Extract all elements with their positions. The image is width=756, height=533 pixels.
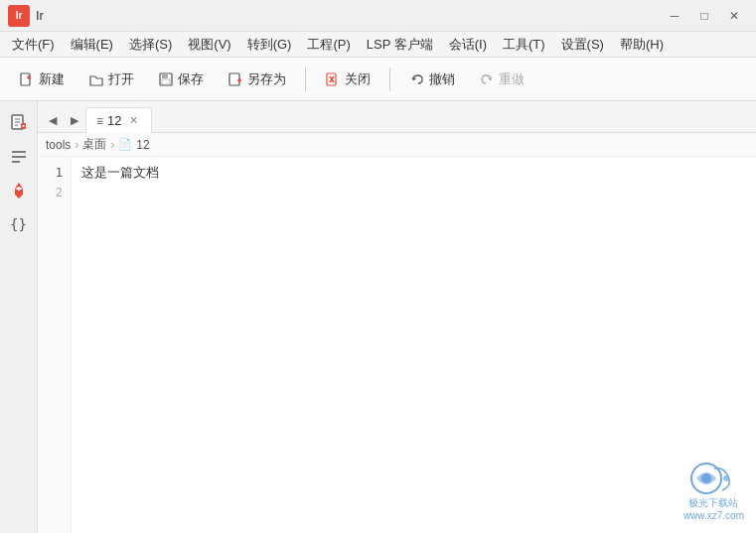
sidebar-icon-file[interactable] xyxy=(3,107,35,139)
watermark-brand: 极光下载站 xyxy=(688,496,738,510)
menu-session[interactable]: 会话(I) xyxy=(441,34,495,56)
svg-rect-6 xyxy=(229,73,239,85)
open-button[interactable]: 打开 xyxy=(77,66,145,93)
sidebar-icon-json[interactable]: {} xyxy=(3,208,35,240)
tab-next-button[interactable]: ▶ xyxy=(64,108,85,132)
menu-lsp[interactable]: LSP 客户端 xyxy=(359,34,441,56)
editor-area: ◀ ▶ ≡ 12 ✕ tools › 桌面 › 📄 12 1 2 xyxy=(38,101,756,533)
breadcrumb-sep-2: › xyxy=(110,138,114,152)
breadcrumb: tools › 桌面 › 📄 12 xyxy=(38,133,756,157)
tab-prev-button[interactable]: ◀ xyxy=(42,108,64,132)
sidebar-icon-nav[interactable] xyxy=(3,141,35,173)
saveas-button[interactable]: 另存为 xyxy=(217,66,297,93)
watermark-site: www.xz7.com xyxy=(683,510,744,521)
tab-close-button[interactable]: ✕ xyxy=(125,113,141,129)
svg-point-23 xyxy=(701,473,711,483)
menu-edit[interactable]: 编辑(E) xyxy=(63,34,121,56)
watermark-logo-svg xyxy=(686,459,740,496)
close-file-icon xyxy=(325,71,341,87)
title-bar: Ir Ir ─ □ ✕ xyxy=(0,0,756,32)
svg-rect-4 xyxy=(162,73,168,78)
breadcrumb-sep-1: › xyxy=(75,138,78,152)
saveas-icon xyxy=(227,71,243,87)
menu-tools[interactable]: 工具(T) xyxy=(495,34,553,56)
code-line-2 xyxy=(81,183,746,202)
menu-help[interactable]: 帮助(H) xyxy=(612,34,672,56)
menu-settings[interactable]: 设置(S) xyxy=(553,34,612,56)
minimize-button[interactable]: ─ xyxy=(661,5,688,27)
window-controls: ─ □ ✕ xyxy=(661,5,748,27)
menu-file[interactable]: 文件(F) xyxy=(4,34,63,56)
app-title: Ir xyxy=(36,8,44,23)
watermark: 极光下载站 www.xz7.com xyxy=(683,459,744,521)
line-number-2: 2 xyxy=(56,183,63,202)
save-icon xyxy=(158,71,174,87)
maximize-button[interactable]: □ xyxy=(690,5,718,27)
close-button[interactable]: ✕ xyxy=(720,5,748,27)
redo-icon xyxy=(479,71,495,87)
menu-select[interactable]: 选择(S) xyxy=(121,34,180,56)
separator-2 xyxy=(389,67,390,91)
menu-view[interactable]: 视图(V) xyxy=(180,34,238,56)
code-editor[interactable]: 1 2 这是一篇文档 xyxy=(38,157,756,533)
sidebar-icon-git[interactable] xyxy=(3,175,35,206)
undo-icon xyxy=(409,71,425,87)
code-text-1: 这是一篇文档 xyxy=(81,163,159,183)
line-numbers: 1 2 xyxy=(38,157,72,533)
menu-project[interactable]: 工程(P) xyxy=(299,34,358,56)
undo-button[interactable]: 撤销 xyxy=(398,66,466,93)
redo-button[interactable]: 重做 xyxy=(468,66,535,93)
toolbar: 新建 打开 保存 另存为 xyxy=(0,58,756,101)
breadcrumb-file-icon: 📄 xyxy=(118,138,132,151)
app-logo: Ir xyxy=(8,5,30,27)
breadcrumb-desktop[interactable]: 桌面 xyxy=(82,136,106,153)
separator-1 xyxy=(305,67,306,91)
menu-goto[interactable]: 转到(G) xyxy=(239,34,300,56)
tab-bar: ◀ ▶ ≡ 12 ✕ xyxy=(38,101,756,133)
tab-label: 12 xyxy=(107,113,121,128)
open-icon xyxy=(88,71,104,87)
main-container: {} ◀ ▶ ≡ 12 ✕ tools › 桌面 › 📄 12 1 xyxy=(0,101,756,533)
sidebar: {} xyxy=(0,101,38,533)
svg-rect-5 xyxy=(162,79,170,84)
line-number-1: 1 xyxy=(56,163,63,183)
breadcrumb-file[interactable]: 12 xyxy=(136,138,149,152)
tab-file-icon: ≡ xyxy=(96,114,103,128)
close-file-button[interactable]: 关闭 xyxy=(314,66,381,93)
svg-point-24 xyxy=(723,475,729,481)
breadcrumb-tools[interactable]: tools xyxy=(46,138,71,152)
save-button[interactable]: 保存 xyxy=(147,66,215,93)
new-icon xyxy=(19,71,35,87)
new-button[interactable]: 新建 xyxy=(8,66,76,93)
tab-12[interactable]: ≡ 12 ✕ xyxy=(85,107,152,133)
code-line-1: 这是一篇文档 xyxy=(81,163,746,183)
code-content[interactable]: 这是一篇文档 xyxy=(72,157,756,533)
menu-bar: 文件(F) 编辑(E) 选择(S) 视图(V) 转到(G) 工程(P) LSP … xyxy=(0,32,756,58)
